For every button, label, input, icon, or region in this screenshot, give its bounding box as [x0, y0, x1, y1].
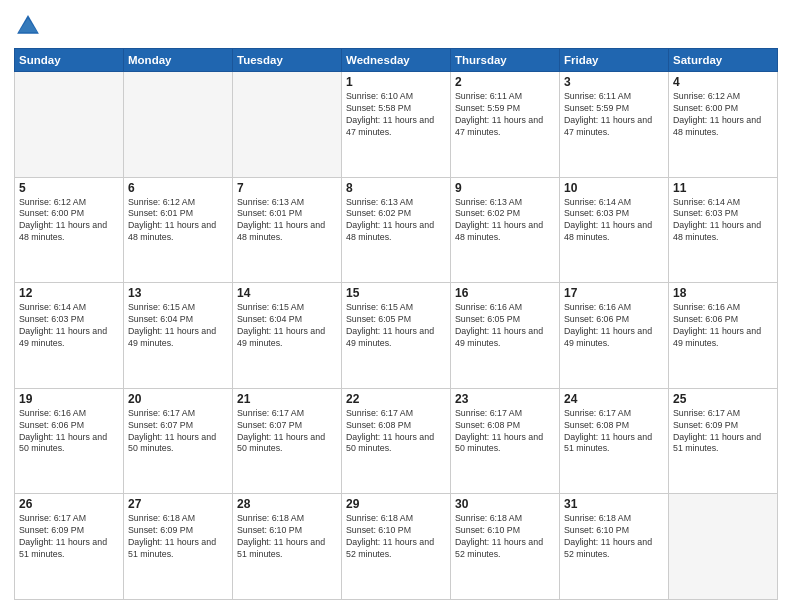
day-number: 3 [564, 75, 664, 89]
day-cell: 10Sunrise: 6:14 AMSunset: 6:03 PMDayligh… [560, 177, 669, 283]
week-row-3: 19Sunrise: 6:16 AMSunset: 6:06 PMDayligh… [15, 388, 778, 494]
day-number: 1 [346, 75, 446, 89]
day-info: Sunrise: 6:15 AMSunset: 6:04 PMDaylight:… [237, 302, 337, 350]
day-cell: 1Sunrise: 6:10 AMSunset: 5:58 PMDaylight… [342, 72, 451, 178]
day-number: 18 [673, 286, 773, 300]
day-info: Sunrise: 6:12 AMSunset: 6:00 PMDaylight:… [19, 197, 119, 245]
day-info: Sunrise: 6:16 AMSunset: 6:06 PMDaylight:… [564, 302, 664, 350]
logo [14, 12, 46, 40]
day-cell: 21Sunrise: 6:17 AMSunset: 6:07 PMDayligh… [233, 388, 342, 494]
day-number: 6 [128, 181, 228, 195]
day-cell: 11Sunrise: 6:14 AMSunset: 6:03 PMDayligh… [669, 177, 778, 283]
day-cell: 14Sunrise: 6:15 AMSunset: 6:04 PMDayligh… [233, 283, 342, 389]
day-info: Sunrise: 6:17 AMSunset: 6:08 PMDaylight:… [564, 408, 664, 456]
day-number: 8 [346, 181, 446, 195]
calendar-header-row: SundayMondayTuesdayWednesdayThursdayFrid… [15, 49, 778, 72]
day-number: 16 [455, 286, 555, 300]
day-number: 25 [673, 392, 773, 406]
day-number: 2 [455, 75, 555, 89]
day-cell: 12Sunrise: 6:14 AMSunset: 6:03 PMDayligh… [15, 283, 124, 389]
day-info: Sunrise: 6:16 AMSunset: 6:06 PMDaylight:… [19, 408, 119, 456]
day-number: 22 [346, 392, 446, 406]
week-row-0: 1Sunrise: 6:10 AMSunset: 5:58 PMDaylight… [15, 72, 778, 178]
day-cell: 15Sunrise: 6:15 AMSunset: 6:05 PMDayligh… [342, 283, 451, 389]
day-cell [233, 72, 342, 178]
day-info: Sunrise: 6:15 AMSunset: 6:05 PMDaylight:… [346, 302, 446, 350]
col-header-tuesday: Tuesday [233, 49, 342, 72]
day-cell: 6Sunrise: 6:12 AMSunset: 6:01 PMDaylight… [124, 177, 233, 283]
col-header-friday: Friday [560, 49, 669, 72]
week-row-1: 5Sunrise: 6:12 AMSunset: 6:00 PMDaylight… [15, 177, 778, 283]
day-number: 15 [346, 286, 446, 300]
logo-icon [14, 12, 42, 40]
day-cell: 2Sunrise: 6:11 AMSunset: 5:59 PMDaylight… [451, 72, 560, 178]
day-info: Sunrise: 6:17 AMSunset: 6:09 PMDaylight:… [673, 408, 773, 456]
day-info: Sunrise: 6:18 AMSunset: 6:10 PMDaylight:… [237, 513, 337, 561]
day-info: Sunrise: 6:11 AMSunset: 5:59 PMDaylight:… [455, 91, 555, 139]
day-cell: 23Sunrise: 6:17 AMSunset: 6:08 PMDayligh… [451, 388, 560, 494]
day-number: 14 [237, 286, 337, 300]
day-cell: 28Sunrise: 6:18 AMSunset: 6:10 PMDayligh… [233, 494, 342, 600]
day-info: Sunrise: 6:17 AMSunset: 6:09 PMDaylight:… [19, 513, 119, 561]
day-cell: 8Sunrise: 6:13 AMSunset: 6:02 PMDaylight… [342, 177, 451, 283]
day-number: 13 [128, 286, 228, 300]
day-info: Sunrise: 6:18 AMSunset: 6:10 PMDaylight:… [346, 513, 446, 561]
day-number: 20 [128, 392, 228, 406]
day-number: 17 [564, 286, 664, 300]
day-cell: 26Sunrise: 6:17 AMSunset: 6:09 PMDayligh… [15, 494, 124, 600]
header [14, 12, 778, 40]
day-cell: 3Sunrise: 6:11 AMSunset: 5:59 PMDaylight… [560, 72, 669, 178]
day-cell: 22Sunrise: 6:17 AMSunset: 6:08 PMDayligh… [342, 388, 451, 494]
page: SundayMondayTuesdayWednesdayThursdayFrid… [0, 0, 792, 612]
day-number: 27 [128, 497, 228, 511]
day-info: Sunrise: 6:18 AMSunset: 6:09 PMDaylight:… [128, 513, 228, 561]
col-header-sunday: Sunday [15, 49, 124, 72]
day-info: Sunrise: 6:13 AMSunset: 6:02 PMDaylight:… [346, 197, 446, 245]
day-number: 19 [19, 392, 119, 406]
day-number: 28 [237, 497, 337, 511]
day-number: 7 [237, 181, 337, 195]
day-cell [15, 72, 124, 178]
day-info: Sunrise: 6:14 AMSunset: 6:03 PMDaylight:… [673, 197, 773, 245]
week-row-4: 26Sunrise: 6:17 AMSunset: 6:09 PMDayligh… [15, 494, 778, 600]
week-row-2: 12Sunrise: 6:14 AMSunset: 6:03 PMDayligh… [15, 283, 778, 389]
day-cell: 30Sunrise: 6:18 AMSunset: 6:10 PMDayligh… [451, 494, 560, 600]
day-number: 29 [346, 497, 446, 511]
day-number: 24 [564, 392, 664, 406]
day-cell: 9Sunrise: 6:13 AMSunset: 6:02 PMDaylight… [451, 177, 560, 283]
day-cell: 29Sunrise: 6:18 AMSunset: 6:10 PMDayligh… [342, 494, 451, 600]
day-cell: 16Sunrise: 6:16 AMSunset: 6:05 PMDayligh… [451, 283, 560, 389]
day-cell: 25Sunrise: 6:17 AMSunset: 6:09 PMDayligh… [669, 388, 778, 494]
day-info: Sunrise: 6:17 AMSunset: 6:08 PMDaylight:… [346, 408, 446, 456]
day-number: 26 [19, 497, 119, 511]
day-info: Sunrise: 6:13 AMSunset: 6:01 PMDaylight:… [237, 197, 337, 245]
day-cell [669, 494, 778, 600]
day-info: Sunrise: 6:17 AMSunset: 6:07 PMDaylight:… [237, 408, 337, 456]
day-cell: 19Sunrise: 6:16 AMSunset: 6:06 PMDayligh… [15, 388, 124, 494]
day-info: Sunrise: 6:16 AMSunset: 6:05 PMDaylight:… [455, 302, 555, 350]
col-header-thursday: Thursday [451, 49, 560, 72]
day-cell: 5Sunrise: 6:12 AMSunset: 6:00 PMDaylight… [15, 177, 124, 283]
day-cell: 17Sunrise: 6:16 AMSunset: 6:06 PMDayligh… [560, 283, 669, 389]
day-number: 30 [455, 497, 555, 511]
day-info: Sunrise: 6:12 AMSunset: 6:01 PMDaylight:… [128, 197, 228, 245]
day-number: 11 [673, 181, 773, 195]
day-cell: 18Sunrise: 6:16 AMSunset: 6:06 PMDayligh… [669, 283, 778, 389]
day-number: 31 [564, 497, 664, 511]
day-info: Sunrise: 6:14 AMSunset: 6:03 PMDaylight:… [19, 302, 119, 350]
day-info: Sunrise: 6:17 AMSunset: 6:08 PMDaylight:… [455, 408, 555, 456]
col-header-saturday: Saturday [669, 49, 778, 72]
col-header-wednesday: Wednesday [342, 49, 451, 72]
day-number: 23 [455, 392, 555, 406]
day-cell: 24Sunrise: 6:17 AMSunset: 6:08 PMDayligh… [560, 388, 669, 494]
day-cell: 13Sunrise: 6:15 AMSunset: 6:04 PMDayligh… [124, 283, 233, 389]
day-number: 5 [19, 181, 119, 195]
day-info: Sunrise: 6:14 AMSunset: 6:03 PMDaylight:… [564, 197, 664, 245]
day-info: Sunrise: 6:13 AMSunset: 6:02 PMDaylight:… [455, 197, 555, 245]
day-info: Sunrise: 6:17 AMSunset: 6:07 PMDaylight:… [128, 408, 228, 456]
day-cell: 20Sunrise: 6:17 AMSunset: 6:07 PMDayligh… [124, 388, 233, 494]
day-info: Sunrise: 6:11 AMSunset: 5:59 PMDaylight:… [564, 91, 664, 139]
day-cell: 27Sunrise: 6:18 AMSunset: 6:09 PMDayligh… [124, 494, 233, 600]
day-cell: 4Sunrise: 6:12 AMSunset: 6:00 PMDaylight… [669, 72, 778, 178]
day-cell: 7Sunrise: 6:13 AMSunset: 6:01 PMDaylight… [233, 177, 342, 283]
